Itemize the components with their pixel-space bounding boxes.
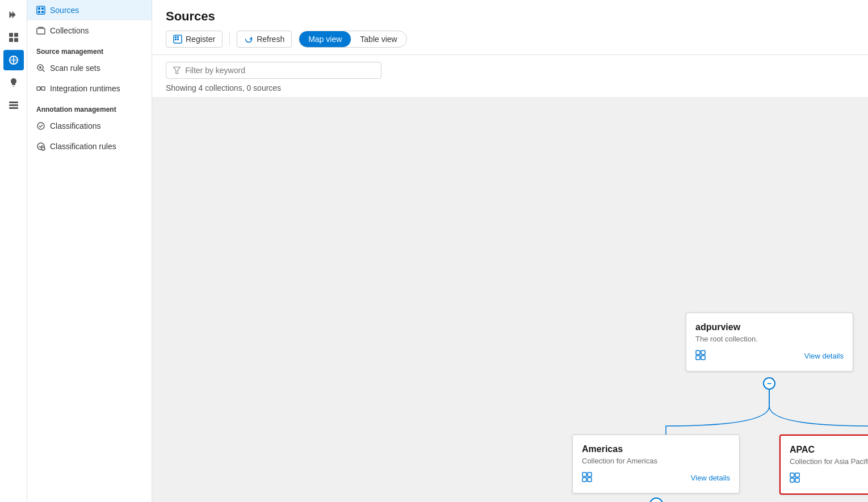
table-view-button[interactable]: Table view [351,31,406,47]
map-view-button[interactable]: Map view [299,31,351,47]
svg-rect-31 [582,473,586,476]
apac-grid-icon [790,473,800,484]
root-card-title: adpurview [695,322,844,332]
svg-rect-10 [41,7,44,10]
toolbar-separator [229,32,230,46]
sidebar-item-sources[interactable]: Sources [27,0,152,20]
expand-collapse-btn[interactable] [3,5,24,25]
root-card-desc: The root collection. [695,335,844,343]
map-area[interactable]: adpurview The root collection. View deta… [152,97,868,502]
filter-icon [173,66,181,74]
root-card-footer: View details [695,350,844,362]
svg-rect-16 [37,87,40,90]
svg-rect-1 [14,33,18,37]
svg-rect-13 [37,28,45,34]
svg-rect-7 [9,107,18,109]
icon-bar [0,0,27,502]
svg-rect-36 [795,473,799,477]
svg-rect-34 [588,478,592,482]
svg-rect-24 [175,39,177,40]
register-label: Register [186,35,215,44]
svg-rect-12 [41,11,44,13]
toolbar: Register Refresh Map view Table view [166,31,854,54]
svg-point-15 [39,66,41,69]
svg-rect-32 [588,473,592,476]
root-view-details[interactable]: View details [804,352,844,360]
svg-marker-26 [174,67,181,74]
sidebar-item-classification-rules[interactable]: Classification rules [27,136,152,157]
data-map-icon-btn[interactable] [3,50,24,70]
americas-expand-button[interactable]: + [649,497,663,502]
americas-card-footer: View details [582,472,730,484]
americas-view-details[interactable]: View details [691,474,730,482]
svg-rect-6 [9,104,18,106]
sidebar-item-classifications[interactable]: Classifications [27,116,152,136]
svg-rect-37 [790,478,794,482]
apac-collection-card: APAC Collection for Asia Pacific View de… [779,434,868,495]
americas-card-title: Americas [582,444,730,454]
main-content: Sources Register Refresh Map view Table … [152,0,868,502]
connector-lines [152,97,868,502]
filter-bar [152,55,868,83]
management-icon-btn[interactable] [3,95,24,116]
root-collection-card: adpurview The root collection. View deta… [686,313,853,372]
svg-rect-28 [701,351,705,355]
register-button[interactable]: Register [166,31,223,48]
svg-rect-30 [701,356,705,360]
svg-rect-3 [14,38,18,42]
svg-rect-17 [41,87,45,90]
insights-icon-btn[interactable] [3,73,24,93]
refresh-button[interactable]: Refresh [237,31,292,48]
filter-input[interactable] [185,66,374,75]
annotation-management-header: Annotation management [27,99,152,116]
filter-wrapper[interactable] [166,62,381,79]
svg-rect-33 [582,478,586,482]
catalog-icon-btn[interactable] [3,27,24,48]
sidebar-item-scan-rule-sets[interactable]: Scan rule sets [27,58,152,78]
svg-rect-25 [177,39,179,40]
americas-collection-card: Americas Collection for Americas View de… [572,434,740,493]
svg-rect-23 [177,36,179,38]
svg-rect-0 [9,33,13,37]
integration-runtimes-label: Integration runtimes [50,84,120,93]
scan-rule-sets-label: Scan rule sets [50,64,100,73]
svg-rect-38 [795,478,799,482]
root-grid-icon [695,350,706,362]
svg-rect-22 [175,36,177,38]
svg-rect-27 [696,351,700,355]
view-toggle: Map view Table view [299,31,407,48]
page-title: Sources [166,9,854,24]
svg-rect-5 [9,102,18,103]
sidebar-item-integration-runtimes[interactable]: Integration runtimes [27,78,152,99]
sources-label: Sources [50,6,79,15]
svg-rect-35 [790,473,794,477]
apac-card-desc: Collection for Asia Pacific [790,457,868,466]
showing-text: Showing 4 collections, 0 sources [152,83,868,97]
classifications-label: Classifications [50,121,100,130]
sidebar: Sources Collections Source management Sc… [27,0,152,502]
sidebar-item-collections[interactable]: Collections [27,20,152,41]
svg-rect-9 [38,7,40,10]
refresh-label: Refresh [257,35,284,44]
svg-rect-29 [696,356,700,360]
apac-card-title: APAC [790,445,868,455]
collapse-button[interactable]: − [763,377,775,390]
svg-rect-8 [37,6,45,14]
svg-rect-2 [9,38,13,42]
americas-card-desc: Collection for Americas [582,457,730,465]
main-header: Sources Register Refresh Map view Table … [152,0,868,55]
classification-rules-label: Classification rules [50,142,116,151]
apac-card-footer: View details [790,473,868,484]
svg-rect-11 [38,11,40,13]
americas-grid-icon [582,472,592,484]
collections-label: Collections [50,26,89,35]
source-management-header: Source management [27,41,152,58]
